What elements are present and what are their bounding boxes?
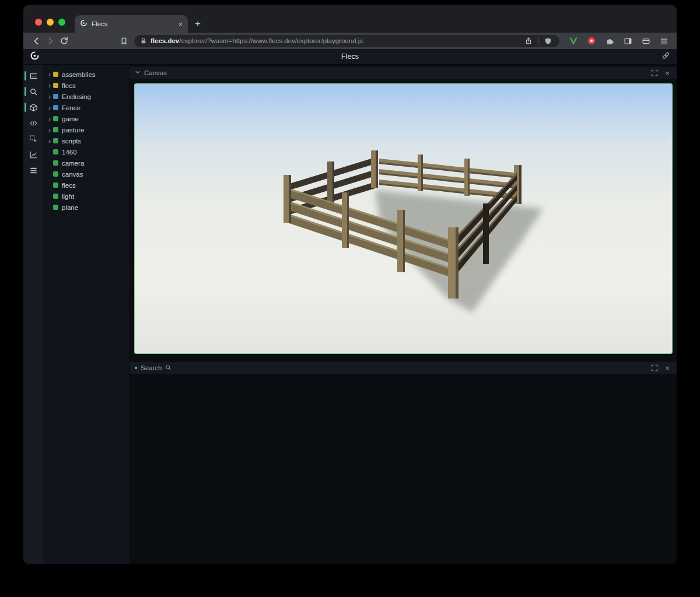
entity-tree-icon[interactable]: [23, 69, 43, 82]
expand-arrow-icon[interactable]: ›: [47, 93, 52, 100]
expand-arrow-icon[interactable]: ›: [47, 82, 52, 89]
close-window-button[interactable]: [35, 19, 42, 26]
app-header: Flecs: [23, 49, 677, 65]
canvas-panel-body: [130, 79, 677, 357]
entity-kind-square: [53, 138, 58, 143]
tree-item-light[interactable]: light: [43, 191, 130, 202]
wallet-icon[interactable]: [639, 34, 653, 48]
browser-toolbar: flecs.dev/explorer/?wasm=https://www.fle…: [23, 33, 677, 49]
entity-kind-square: [53, 116, 58, 121]
entity-kind-square: [53, 83, 58, 88]
entity-kind-square: [53, 194, 58, 199]
reload-icon[interactable]: [57, 34, 71, 48]
tree-item-pasture[interactable]: ›pasture: [43, 124, 130, 135]
entity-tree-panel: ›assemblies ›flecs ›Enclosing ›Fence ›ga…: [43, 65, 130, 564]
tree-item-flecs[interactable]: ›flecs: [43, 80, 130, 91]
search-icon[interactable]: [23, 85, 43, 98]
tab-title: Flecs: [92, 20, 174, 27]
canvas-panel-header: Canvas ×: [130, 67, 677, 79]
tree-item-enclosing[interactable]: ›Enclosing: [43, 91, 130, 102]
tree-item-canvas[interactable]: canvas: [43, 168, 130, 180]
entity-kind-square: [53, 171, 58, 177]
lock-icon: [140, 37, 147, 44]
entity-kind-square: [53, 127, 58, 132]
entity-label: flecs: [62, 182, 76, 189]
entity-label: assemblies: [62, 71, 96, 78]
chevron-down-icon[interactable]: [135, 69, 141, 76]
tree-item-scripts[interactable]: ›scripts: [43, 135, 130, 146]
bookmark-icon[interactable]: [117, 34, 131, 48]
entity-label: 1460: [62, 149, 77, 156]
inspector-icon[interactable]: [23, 132, 43, 145]
entity-kind-square: [53, 149, 58, 154]
url-text[interactable]: flecs.dev/explorer/?wasm=https://www.fle…: [150, 37, 363, 44]
address-bar[interactable]: flecs.dev/explorer/?wasm=https://www.fle…: [134, 35, 559, 47]
menu-icon[interactable]: [657, 34, 671, 48]
search-glass-icon: [165, 364, 172, 372]
zoom-window-button[interactable]: [58, 19, 65, 26]
expand-arrow-icon[interactable]: ›: [47, 115, 52, 122]
share-icon[interactable]: [523, 35, 534, 47]
search-panel-title: Search: [141, 364, 162, 371]
code-icon[interactable]: [23, 117, 43, 129]
extensions-puzzle-icon[interactable]: [603, 34, 617, 48]
canvas-3d-viewport[interactable]: [134, 83, 673, 354]
main-panel-column: Canvas ×: [130, 65, 677, 564]
window-controls: [35, 19, 65, 26]
v-extension-icon[interactable]: [566, 34, 580, 48]
forward-icon[interactable]: [43, 34, 57, 48]
expand-arrow-icon[interactable]: ›: [47, 127, 52, 134]
app-content: ›assemblies ›flecs ›Enclosing ›Fence ›ga…: [23, 65, 677, 564]
entity-label: Enclosing: [62, 93, 91, 100]
expand-arrow-icon[interactable]: ›: [47, 138, 52, 145]
entity-kind-square: [53, 105, 58, 110]
sidebar-icon[interactable]: [621, 34, 635, 48]
brave-shield-icon[interactable]: [542, 35, 554, 47]
panel-collapse-dot-icon[interactable]: [135, 367, 137, 369]
entity-label: canvas: [62, 171, 83, 178]
tree-item-flecs-entity[interactable]: flecs: [43, 180, 130, 191]
expand-arrow-icon[interactable]: ›: [47, 71, 52, 78]
tab-close-icon[interactable]: ×: [178, 20, 183, 28]
url-host[interactable]: flecs.dev: [150, 37, 179, 44]
tool-strip: [23, 65, 43, 564]
entity-label: scripts: [62, 138, 81, 145]
browser-tab[interactable]: Flecs ×: [75, 15, 188, 33]
link-icon[interactable]: [662, 51, 670, 62]
red-extension-icon[interactable]: [584, 34, 598, 48]
tables-icon[interactable]: [23, 164, 43, 177]
fullscreen-icon[interactable]: [650, 68, 659, 78]
entity-kind-square: [53, 72, 58, 77]
canvas-cube-icon[interactable]: [23, 101, 43, 114]
new-tab-button[interactable]: +: [195, 19, 201, 29]
entity-kind-square: [53, 182, 58, 188]
tree-item-game[interactable]: ›game: [43, 113, 130, 124]
back-icon[interactable]: [29, 34, 43, 48]
app-title: Flecs: [23, 52, 677, 61]
browser-window: Flecs × + flecs.dev/explorer/?wasm=https…: [23, 5, 677, 564]
fence-3d-scene: [135, 84, 672, 353]
entity-kind-square: [53, 160, 58, 166]
close-icon[interactable]: ×: [663, 68, 672, 78]
tree-item-camera[interactable]: camera: [43, 157, 130, 168]
tree-item-assemblies[interactable]: ›assemblies: [43, 69, 130, 80]
entity-label: flecs: [62, 82, 76, 89]
tree-item-1460[interactable]: 1460: [43, 146, 130, 157]
search-panel-header: Search ×: [130, 362, 677, 374]
minimize-window-button[interactable]: [47, 19, 54, 26]
entity-label: light: [62, 193, 74, 200]
url-path[interactable]: /explorer/?wasm=https://www.flecs.dev/ex…: [179, 37, 363, 44]
address-bar-divider: [538, 37, 538, 44]
tree-item-plane[interactable]: plane: [43, 202, 130, 213]
entity-kind-square: [53, 94, 58, 99]
entity-label: Fence: [62, 104, 80, 111]
expand-arrow-icon[interactable]: ›: [47, 104, 52, 111]
stats-chart-icon[interactable]: [23, 148, 43, 161]
search-panel-body: [130, 374, 677, 564]
entity-label: game: [62, 115, 79, 122]
fullscreen-icon[interactable]: [650, 363, 659, 373]
entity-label: plane: [62, 204, 78, 211]
tree-item-fence[interactable]: ›Fence: [43, 102, 130, 113]
close-icon[interactable]: ×: [663, 363, 672, 373]
canvas-panel-title: Canvas: [144, 69, 167, 76]
